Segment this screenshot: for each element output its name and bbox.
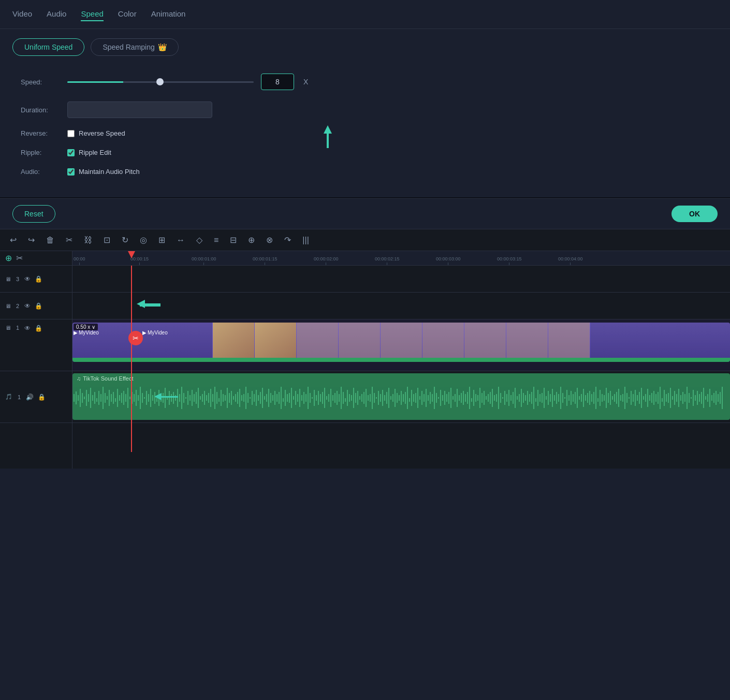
svg-rect-164 xyxy=(413,394,414,402)
speed-row: Speed: 8 X xyxy=(21,74,709,90)
track-1-audio-row[interactable]: ♫ TikTok Sound Effect xyxy=(72,371,730,423)
track-3-eye-icon[interactable]: 👁 xyxy=(24,275,31,283)
reset-button[interactable]: Reset xyxy=(12,205,55,223)
svg-rect-292 xyxy=(678,389,679,407)
svg-rect-207 xyxy=(502,397,503,399)
track-3-row[interactable] xyxy=(72,266,730,293)
ripple-checkbox[interactable] xyxy=(67,149,75,156)
undo-icon[interactable]: ↩ xyxy=(8,234,18,246)
audio-pitch-checkbox-label[interactable]: Maintain Audio Pitch xyxy=(67,168,140,176)
loop-icon[interactable]: ↷ xyxy=(283,234,293,246)
tab-video[interactable]: Video xyxy=(12,7,32,21)
svg-rect-55 xyxy=(187,391,188,405)
layers-icon[interactable]: ⊟ xyxy=(228,234,238,246)
track-3-lock-icon[interactable]: 🔒 xyxy=(35,275,42,283)
svg-rect-252 xyxy=(595,387,596,409)
track-1-audio-volume-icon[interactable]: 🔊 xyxy=(26,393,34,401)
grid-icon[interactable]: ⊞ xyxy=(157,234,167,246)
svg-rect-76 xyxy=(231,391,232,405)
svg-rect-203 xyxy=(494,395,495,401)
svg-rect-168 xyxy=(421,391,422,405)
svg-rect-169 xyxy=(424,394,425,402)
redo-icon[interactable]: ↪ xyxy=(26,234,36,246)
transform-icon[interactable]: ↔ xyxy=(175,234,186,246)
arrow-left-head xyxy=(137,300,145,308)
shape-icon[interactable]: ◇ xyxy=(195,234,204,246)
ripple-checkbox-label[interactable]: Ripple Edit xyxy=(67,149,111,156)
audio-arrow-annotation xyxy=(154,393,178,400)
svg-rect-86 xyxy=(252,391,253,405)
tab-speed[interactable]: Speed xyxy=(81,7,103,21)
adjust-icon[interactable]: ≡ xyxy=(212,234,220,246)
svg-rect-18 xyxy=(111,394,112,402)
svg-rect-301 xyxy=(697,391,698,405)
svg-rect-29 xyxy=(134,394,135,402)
svg-rect-117 xyxy=(316,395,317,401)
track-1-video-row[interactable]: 0.50 x ∨ ▶ MyVideo ▶ MyVideo ✂ xyxy=(72,319,730,371)
svg-rect-305 xyxy=(705,396,706,400)
svg-rect-79 xyxy=(237,392,238,404)
add-track-icon[interactable]: ⊕ xyxy=(5,253,12,263)
uniform-speed-button[interactable]: Uniform Speed xyxy=(12,38,84,56)
link-icon[interactable]: ⛓ xyxy=(82,234,94,246)
tab-animation[interactable]: Animation xyxy=(151,7,186,21)
track-2-eye-icon[interactable]: 👁 xyxy=(24,302,31,310)
rotate-icon[interactable]: ↻ xyxy=(120,234,130,246)
scissors-icon[interactable]: ✂ xyxy=(16,253,23,263)
svg-rect-125 xyxy=(332,395,333,401)
delete-icon[interactable]: 🗑 xyxy=(45,234,56,246)
svg-rect-222 xyxy=(533,387,534,409)
track-1-audio-lock-icon[interactable]: 🔒 xyxy=(38,393,46,401)
reverse-checkbox-label[interactable]: Reverse Speed xyxy=(67,129,125,137)
speed-arrow-annotation xyxy=(324,125,332,148)
ok-button[interactable]: OK xyxy=(671,206,718,222)
cut-icon[interactable]: ✂ xyxy=(64,234,74,246)
track-2-lock-icon[interactable]: 🔒 xyxy=(35,302,42,310)
reverse-label: Reverse: xyxy=(21,129,67,137)
add-icon[interactable]: ⊕ xyxy=(246,234,256,246)
svg-rect-26 xyxy=(127,388,128,408)
reverse-checkbox[interactable] xyxy=(67,130,75,137)
speed-slider[interactable] xyxy=(67,81,254,83)
svg-rect-258 xyxy=(608,393,609,403)
svg-rect-57 xyxy=(192,390,193,406)
svg-rect-267 xyxy=(626,393,627,403)
track-1-eye-icon[interactable]: 👁 xyxy=(24,325,31,332)
svg-rect-122 xyxy=(326,396,327,400)
svg-rect-235 xyxy=(560,387,561,409)
svg-rect-171 xyxy=(428,395,429,401)
svg-rect-304 xyxy=(703,388,704,408)
audio-icon[interactable]: ||| xyxy=(301,234,310,246)
speed-value-input[interactable]: 8 xyxy=(261,74,294,90)
svg-rect-1 xyxy=(76,391,77,404)
svg-rect-72 xyxy=(223,394,224,402)
speed-ramping-button[interactable]: Speed Ramping 👑 xyxy=(91,38,178,56)
svg-rect-158 xyxy=(401,391,402,405)
speed-x-label: X xyxy=(303,78,308,86)
svg-rect-261 xyxy=(614,394,615,402)
svg-rect-32 xyxy=(140,387,141,409)
svg-rect-111 xyxy=(303,392,304,404)
svg-rect-54 xyxy=(185,397,186,399)
svg-rect-196 xyxy=(479,388,480,408)
tab-color[interactable]: Color xyxy=(118,7,137,21)
audio-pitch-checkbox[interactable] xyxy=(67,168,75,176)
track-1-lock-icon[interactable]: 🔒 xyxy=(35,325,42,332)
svg-rect-298 xyxy=(691,397,692,399)
svg-rect-259 xyxy=(610,391,611,405)
tab-audio[interactable]: Audio xyxy=(47,7,66,21)
svg-rect-51 xyxy=(179,394,180,402)
track-2-row[interactable] xyxy=(72,293,730,319)
crop-icon[interactable]: ⊡ xyxy=(102,234,112,246)
svg-rect-121 xyxy=(324,388,325,408)
svg-rect-27 xyxy=(129,397,130,399)
svg-rect-59 xyxy=(196,392,197,404)
ripple-row: Ripple: Ripple Edit xyxy=(21,149,709,156)
video-clip[interactable]: 0.50 x ∨ ▶ MyVideo ▶ MyVideo xyxy=(72,323,730,362)
duration-input[interactable]: 00:00:29:08 xyxy=(67,101,212,118)
color-icon[interactable]: ◎ xyxy=(138,234,149,246)
close-icon[interactable]: ⊗ xyxy=(265,234,274,246)
svg-rect-97 xyxy=(274,391,275,405)
scissors-marker[interactable]: ✂ xyxy=(128,331,143,345)
svg-rect-151 xyxy=(386,392,387,404)
